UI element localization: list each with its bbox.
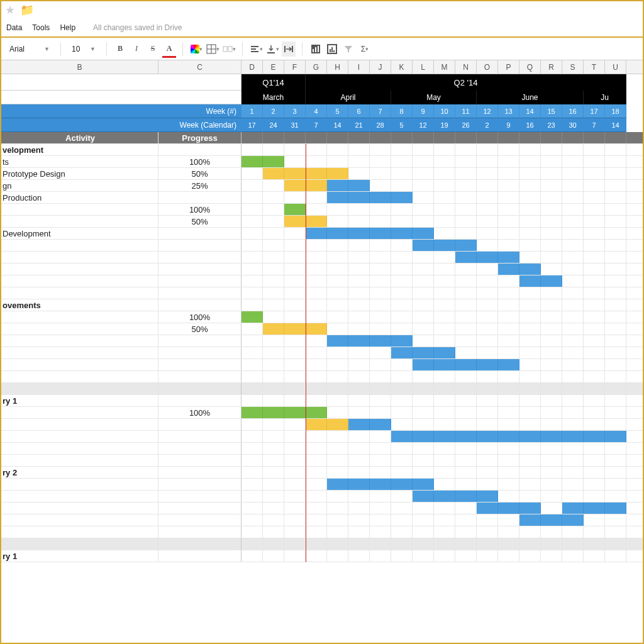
progress-cell[interactable]: 50% xyxy=(158,323,242,335)
gantt-cell[interactable] xyxy=(327,156,348,167)
gantt-cell[interactable] xyxy=(605,228,626,239)
gantt-cell[interactable] xyxy=(413,395,434,406)
gantt-cell[interactable] xyxy=(413,383,434,394)
table-row[interactable]: ry 1 xyxy=(1,550,643,562)
gantt-cell[interactable] xyxy=(541,168,562,179)
gantt-cell[interactable] xyxy=(455,275,477,287)
gantt-cell[interactable] xyxy=(584,287,605,299)
gantt-cell[interactable] xyxy=(242,144,263,155)
progress-cell[interactable]: 100% xyxy=(158,156,242,167)
gantt-cell[interactable] xyxy=(584,467,605,478)
gantt-cell[interactable] xyxy=(519,192,541,203)
gantt-cell[interactable] xyxy=(584,550,605,562)
gantt-cell[interactable] xyxy=(284,168,306,179)
gantt-cell[interactable] xyxy=(242,371,263,382)
gantt-cell[interactable] xyxy=(455,550,477,562)
activity-cell[interactable] xyxy=(1,431,158,442)
gantt-cell[interactable] xyxy=(413,192,434,203)
gantt-cell[interactable] xyxy=(391,216,413,227)
activity-cell[interactable] xyxy=(1,252,158,263)
gantt-cell[interactable] xyxy=(284,144,306,155)
gantt-cell[interactable] xyxy=(434,455,455,466)
gantt-cell[interactable] xyxy=(562,538,584,550)
spreadsheet[interactable]: B C DEFGHIJKLMNOPQRSTU Q1'14Q2 '14 March… xyxy=(1,60,643,562)
gantt-cell[interactable] xyxy=(541,395,562,406)
gantt-cell[interactable] xyxy=(327,204,348,215)
gantt-cell[interactable] xyxy=(413,491,434,502)
gantt-cell[interactable] xyxy=(498,383,519,394)
gantt-cell[interactable] xyxy=(477,264,498,275)
font-size-select[interactable]: 10 ▼ xyxy=(67,42,100,57)
activity-cell[interactable]: gn xyxy=(1,180,158,191)
progress-cell[interactable] xyxy=(158,431,242,442)
gantt-cell[interactable] xyxy=(584,443,605,454)
gantt-cell[interactable] xyxy=(562,168,584,179)
gantt-cell[interactable] xyxy=(242,443,263,454)
gantt-cell[interactable] xyxy=(413,431,434,442)
gantt-cell[interactable] xyxy=(605,311,626,323)
gantt-cell[interactable] xyxy=(584,204,605,215)
gantt-cell[interactable] xyxy=(370,192,391,203)
gantt-cell[interactable] xyxy=(327,514,348,526)
gantt-cell[interactable] xyxy=(306,467,327,478)
gantt-cell[interactable] xyxy=(541,275,562,287)
activity-cell[interactable]: Prototype Design xyxy=(1,168,158,179)
gantt-cell[interactable] xyxy=(562,252,584,263)
gantt-cell[interactable] xyxy=(562,514,584,526)
gantt-cell[interactable] xyxy=(541,347,562,358)
progress-cell[interactable]: 50% xyxy=(158,216,242,227)
progress-cell[interactable] xyxy=(158,144,242,155)
gantt-cell[interactable] xyxy=(477,144,498,155)
col-header[interactable]: U xyxy=(605,60,626,74)
gantt-cell[interactable] xyxy=(327,347,348,358)
gantt-cell[interactable] xyxy=(327,287,348,299)
gantt-cell[interactable] xyxy=(370,407,391,418)
font-select[interactable]: Arial ▼ xyxy=(5,42,54,57)
gantt-cell[interactable] xyxy=(370,538,391,550)
gantt-cell[interactable] xyxy=(306,311,327,323)
progress-cell[interactable] xyxy=(158,395,242,406)
gantt-cell[interactable] xyxy=(562,192,584,203)
gantt-cell[interactable] xyxy=(391,180,413,191)
gantt-cell[interactable] xyxy=(562,491,584,502)
gantt-cell[interactable] xyxy=(498,228,519,239)
progress-cell[interactable] xyxy=(158,479,242,490)
gantt-cell[interactable] xyxy=(519,252,541,263)
gantt-cell[interactable] xyxy=(541,299,562,311)
gantt-cell[interactable] xyxy=(284,443,306,454)
progress-cell[interactable] xyxy=(158,514,242,526)
gantt-cell[interactable] xyxy=(391,467,413,478)
gantt-cell[interactable] xyxy=(370,347,391,358)
gantt-cell[interactable] xyxy=(498,216,519,227)
gantt-cell[interactable] xyxy=(263,538,284,550)
gantt-cell[interactable] xyxy=(370,383,391,394)
progress-cell[interactable] xyxy=(158,443,242,454)
gantt-cell[interactable] xyxy=(562,347,584,358)
gantt-cell[interactable] xyxy=(284,526,306,538)
progress-cell[interactable]: 100% xyxy=(158,311,242,323)
table-row[interactable]: 50% xyxy=(1,216,643,228)
gantt-cell[interactable] xyxy=(348,156,370,167)
col-header[interactable]: R xyxy=(541,60,562,74)
gantt-cell[interactable] xyxy=(306,443,327,454)
gantt-cell[interactable] xyxy=(306,431,327,442)
gantt-cell[interactable] xyxy=(284,335,306,347)
gantt-cell[interactable] xyxy=(562,323,584,335)
gantt-cell[interactable] xyxy=(348,240,370,251)
gantt-cell[interactable] xyxy=(284,180,306,191)
gantt-cell[interactable] xyxy=(434,419,455,430)
activity-cell[interactable] xyxy=(1,371,158,382)
gantt-cell[interactable] xyxy=(242,180,263,191)
progress-cell[interactable] xyxy=(158,383,242,394)
gantt-cell[interactable] xyxy=(434,252,455,263)
gantt-cell[interactable] xyxy=(413,455,434,466)
gantt-cell[interactable] xyxy=(306,287,327,299)
progress-cell[interactable] xyxy=(158,502,242,514)
gantt-cell[interactable] xyxy=(434,514,455,526)
gantt-cell[interactable] xyxy=(263,514,284,526)
gantt-cell[interactable] xyxy=(434,311,455,323)
gantt-cell[interactable] xyxy=(306,323,327,335)
gantt-cell[interactable] xyxy=(370,287,391,299)
gantt-cell[interactable] xyxy=(519,407,541,418)
menu-data[interactable]: Data xyxy=(6,23,22,32)
